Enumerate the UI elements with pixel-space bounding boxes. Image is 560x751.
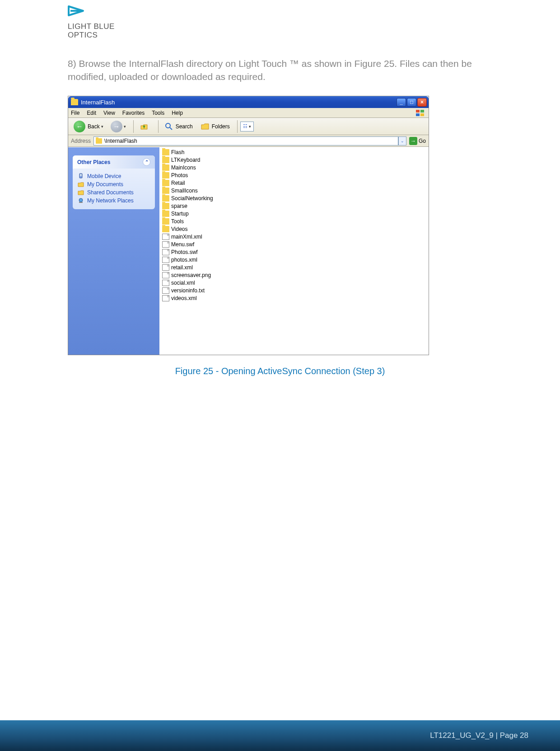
file-list[interactable]: FlashLTKeyboardMainIconsPhotosRetailSmal… [159,147,429,355]
menu-tools[interactable]: Tools [152,110,164,116]
window-title: InternalFlash [81,99,115,106]
item-label: retail.xml [171,264,193,271]
item-label: versioninfo.txt [171,287,205,294]
folder-icon [162,203,169,209]
item-label: social.xml [171,280,195,286]
address-path: \InternalFlash [104,138,137,144]
chevron-down-icon: ▾ [101,124,103,129]
other-places-panel: Other Places ⌃ Mobile DeviceMy Documents… [73,155,155,209]
folder-item[interactable]: Tools [161,217,427,225]
folder-icon [162,172,169,178]
menu-file[interactable]: File [71,110,79,116]
folder-item[interactable]: Retail [161,179,427,187]
item-label: Photos.swf [171,249,198,255]
file-icon [162,287,169,294]
folder-item[interactable]: MainIcons [161,164,427,171]
svg-rect-8 [79,202,83,203]
file-item[interactable]: Photos.swf [161,248,427,256]
menu-edit[interactable]: Edit [87,110,96,116]
up-button[interactable] [136,121,154,132]
close-button[interactable]: × [417,98,427,107]
file-icon [162,264,169,271]
svg-rect-0 [416,110,420,113]
folder-icon [162,180,169,186]
other-places-header[interactable]: Other Places ⌃ [73,155,155,169]
folder-item[interactable]: Startup [161,210,427,217]
file-item[interactable]: versioninfo.txt [161,286,427,294]
search-icon [164,122,174,131]
task-item-label: Shared Documents [87,189,134,196]
folder-item[interactable]: sparse [161,202,427,210]
page-footer: LT1221_UG_V2_9 | Page 28 [0,720,560,751]
task-item-label: Mobile Device [87,173,121,179]
task-item[interactable]: Mobile Device [77,172,150,180]
item-label: Retail [171,180,185,186]
item-label: screensaver.png [171,272,211,278]
folders-button[interactable]: Folders [197,121,233,132]
windows-flag-icon [415,109,426,117]
file-item[interactable]: social.xml [161,279,427,286]
other-places-title: Other Places [77,159,110,165]
folder-icon [71,99,78,105]
file-icon [162,249,169,255]
address-input[interactable]: \InternalFlash [93,136,398,146]
task-item-icon [77,197,84,204]
folder-item[interactable]: Flash [161,148,427,156]
address-label: Address [71,138,91,144]
file-item[interactable]: videos.xml [161,294,427,302]
folder-icon [162,188,169,194]
collapse-icon[interactable]: ⌃ [143,158,150,166]
menubar: File Edit View Favorites Tools Help [68,108,429,118]
back-button[interactable]: ← Back ▾ [71,120,106,133]
task-item[interactable]: Shared Documents [77,188,150,197]
item-label: Tools [171,218,184,225]
item-label: photos.xml [171,257,197,263]
menu-help[interactable]: Help [172,110,183,116]
folder-item[interactable]: Videos [161,225,427,233]
maximize-button[interactable]: □ [407,98,416,107]
footer-text: LT1221_UG_V2_9 | Page 28 [430,731,528,740]
side-panel: Other Places ⌃ Mobile DeviceMy Documents… [68,147,159,355]
folder-icon [162,157,169,163]
forward-button[interactable]: → ▾ [108,120,129,133]
folder-item[interactable]: LTKeyboard [161,156,427,164]
folder-item[interactable]: Photos [161,171,427,179]
logo-line1: LIGHT BLUE [68,22,115,31]
svg-point-7 [79,198,83,202]
task-item[interactable]: My Network Places [77,197,150,205]
menu-view[interactable]: View [103,110,115,116]
item-label: MainIcons [171,164,196,171]
go-button[interactable]: → Go [409,137,426,145]
task-item-icon [77,181,84,188]
folder-item[interactable]: SocialNetworking [161,194,427,202]
file-icon [162,234,169,240]
folder-icon [162,211,169,217]
views-button[interactable]: ☷▾ [240,122,254,131]
file-item[interactable]: mainXml.xml [161,233,427,240]
window-titlebar[interactable]: InternalFlash _ □ × [68,96,429,108]
search-button[interactable]: Search [161,121,196,132]
minimize-button[interactable]: _ [397,98,406,107]
file-icon [162,280,169,286]
folder-icon [162,149,169,155]
item-label: Photos [171,172,188,178]
go-arrow-icon: → [409,137,417,145]
file-item[interactable]: photos.xml [161,256,427,263]
svg-rect-3 [420,113,424,116]
file-item[interactable]: Menu.swf [161,240,427,248]
figure-caption: Figure 25 - Opening ActiveSync Connectio… [68,366,492,376]
file-item[interactable]: retail.xml [161,263,427,271]
logo-line2: OPTICS [68,31,98,39]
address-dropdown[interactable]: ⌄ [398,136,406,146]
toolbar: ← Back ▾ → ▾ Search [68,118,429,135]
back-arrow-icon: ← [74,121,85,132]
forward-arrow-icon: → [111,121,122,132]
addressbar: Address \InternalFlash ⌄ → Go [68,135,429,147]
menu-favorites[interactable]: Favorites [122,110,145,116]
file-item[interactable]: screensaver.png [161,271,427,279]
task-item[interactable]: My Documents [77,180,150,188]
item-label: SmallIcons [171,188,198,194]
folder-item[interactable]: SmallIcons [161,187,427,194]
svg-rect-1 [420,110,424,113]
chevron-down-icon: ▾ [124,124,126,129]
